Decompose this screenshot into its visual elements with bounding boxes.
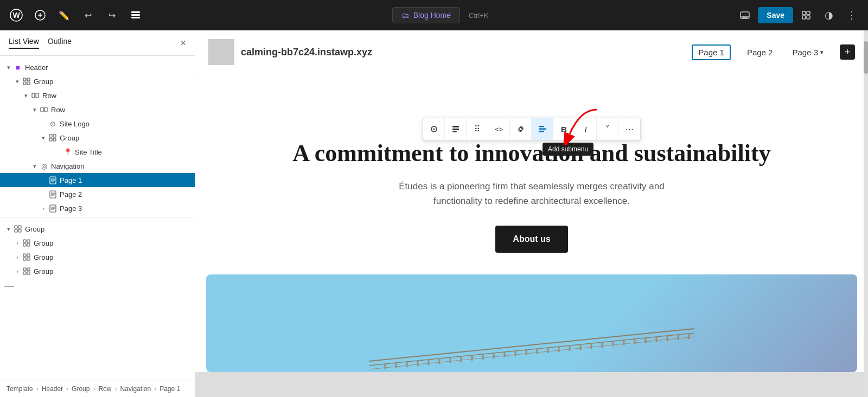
svg-rect-23 [41,107,43,112]
tree-label-group-b: Group [34,253,190,261]
ft-bold-button[interactable]: B [553,118,575,140]
svg-rect-51 [23,258,26,260]
tree-item-group-a[interactable]: › Group [0,236,195,250]
scrollbar-thumb[interactable] [864,41,868,74]
header-icon: ■ [13,62,23,72]
nav-page-1[interactable]: Page 1 [692,44,731,60]
tree-label-group-main: Group [25,225,190,233]
svg-rect-60 [452,129,459,130]
preview-button[interactable] [735,5,755,25]
shortcut-hint: Ctrl+K [469,11,488,20]
pin-icon: 📍 [63,147,73,157]
svg-rect-55 [23,272,26,274]
tree-label-group1: Group [34,78,190,86]
tree-item-group1[interactable]: ▾ Group [0,74,195,88]
main-area: List View Outline × ▾ ■ Header ▾ Group ▾ [0,30,868,397]
navigation-icon: ◎ [39,161,49,171]
breadcrumb-group[interactable]: Group [72,385,90,393]
top-toolbar: W ✏️ ↩ ↪ 🗂 Blog Home Ctrl+K Save ◑ ⋮ [0,0,868,30]
svg-rect-52 [27,258,30,260]
about-button[interactable]: About us [495,226,567,253]
chevron-icon: ▾ [4,63,13,72]
svg-line-66 [369,329,694,361]
breadcrumb-sep-1: › [36,385,39,393]
tree-item-group-b[interactable]: › Group [0,250,195,264]
blog-home-label: Blog Home [413,11,451,20]
nav-page-2[interactable]: Page 2 [744,46,776,59]
tree-label-navigation: Navigation [51,162,190,170]
ft-submenu-button[interactable] [532,118,553,140]
svg-rect-64 [539,131,544,132]
tree-item-row2[interactable]: ▾ Row [0,103,195,117]
tree-label-page1: Page 1 [60,176,190,184]
floating-toolbar-container: ⠿ <> B I ˅ ⋯ [195,74,868,107]
undo-button[interactable]: ↩ [78,5,98,25]
group-icon-2 [48,133,58,143]
tree-item-row1[interactable]: ▾ Row [0,88,195,103]
ft-options-button[interactable]: ⋯ [618,118,640,140]
svg-rect-62 [539,126,544,127]
edit-button[interactable]: ✏️ [54,5,74,25]
redo-button[interactable]: ↪ [102,5,122,25]
ft-block-button[interactable] [445,118,467,140]
chevron-right-icon: › [13,267,22,276]
save-button[interactable]: Save [758,7,793,23]
tree-item-site-title[interactable]: ▾ 📍 Site Title [0,145,195,159]
svg-rect-54 [27,268,30,271]
breadcrumb-page1[interactable]: Page 1 [159,385,180,393]
list-view-button[interactable] [126,5,145,25]
svg-rect-47 [23,244,26,246]
tree-item-page2[interactable]: ▾ Page 2 [0,187,195,201]
wordpress-logo[interactable]: W [7,5,26,25]
options-button[interactable]: ⋮ [842,5,861,25]
svg-rect-15 [802,16,806,19]
svg-rect-16 [807,16,810,19]
tree-item-group-c[interactable]: › Group [0,264,195,278]
ft-code-button[interactable]: <> [488,118,510,140]
svg-rect-28 [53,138,56,141]
breadcrumb-sep-3: › [93,385,95,393]
doc-icon-page1 [48,175,58,185]
tree-item-group2[interactable]: ▾ Group [0,131,195,145]
tab-outline[interactable]: Outline [48,37,72,49]
tree-item-group-main[interactable]: ▾ Group [0,222,195,236]
chevron-icon: ▾ [30,162,39,170]
template-parts-button[interactable] [796,5,816,25]
breadcrumb-row[interactable]: Row [98,385,111,393]
tree-item-page1[interactable]: ▾ Page 1 [0,173,195,187]
hero-subtitle: Études is a pioneering firm that seamles… [380,179,684,208]
tree-item-page3[interactable]: › Page 3 [0,201,195,215]
tab-list-view[interactable]: List View [9,37,39,49]
svg-rect-22 [36,93,39,98]
breadcrumb-template[interactable]: Template [7,385,33,393]
contrast-button[interactable]: ◑ [819,5,839,25]
svg-rect-24 [44,107,47,112]
tree-divider [0,217,195,220]
ft-drag-button[interactable]: ⠿ [467,118,488,140]
panel-close-button[interactable]: × [180,37,186,49]
chevron-down-icon: ▾ [820,49,824,56]
svg-rect-53 [23,268,26,271]
tree-item-navigation[interactable]: ▾ ◎ Navigation [0,159,195,173]
breadcrumb-navigation[interactable]: Navigation [120,385,151,393]
tree-item-header[interactable]: ▾ ■ Header [0,60,195,74]
ft-link-button[interactable] [510,118,532,140]
breadcrumb-header[interactable]: Header [42,385,63,393]
chevron-icon: ▾ [39,133,48,142]
svg-rect-19 [23,82,26,85]
nav-page-3[interactable]: Page 3 ▾ [789,46,827,59]
tree-item-site-logo[interactable]: ▾ ⊙ Site Logo [0,117,195,131]
blog-home-button[interactable]: 🗂 Blog Home [392,7,460,23]
ft-italic-button[interactable]: I [575,118,597,140]
tree-item-dash[interactable]: — [0,278,195,294]
hero-title: A commitment to innovation and sustainab… [217,139,846,168]
svg-rect-8 [741,12,749,18]
add-block-button[interactable] [30,5,50,25]
ft-settings-button[interactable] [423,118,445,140]
tree-label-group-a: Group [34,239,190,247]
breadcrumb: Template › Header › Group › Row › Naviga… [0,380,195,397]
row-icon-2 [39,105,49,114]
scrollbar[interactable] [864,30,868,397]
ft-more-button[interactable]: ˅ [597,118,618,140]
nav-add-button[interactable]: + [840,44,855,60]
